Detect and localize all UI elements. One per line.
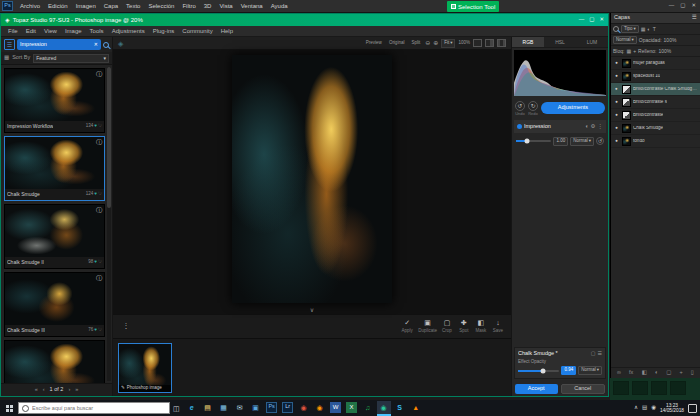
canvas-image[interactable] xyxy=(232,55,392,303)
filter-type-dropdown[interactable]: Tipo ▾ xyxy=(621,25,639,33)
preset-card-partial[interactable] xyxy=(4,340,105,383)
effect-blend-dropdown[interactable]: Normal ▾ xyxy=(578,366,602,375)
canvas-tool-button[interactable]: ↓ Save xyxy=(491,319,505,334)
menu-item[interactable]: Edición xyxy=(44,3,72,9)
tray-expand-icon[interactable]: ∧ xyxy=(634,405,638,411)
task-view-icon[interactable]: ◫ xyxy=(173,405,180,412)
histogram-tab[interactable]: RGB xyxy=(512,37,544,47)
info-icon[interactable]: ⓘ xyxy=(96,275,102,281)
split-button[interactable]: Split xyxy=(409,41,422,46)
preview-button[interactable]: Preview xyxy=(364,41,384,46)
layer-row[interactable]: ● fondo xyxy=(611,135,700,148)
menu-item[interactable]: Archivo xyxy=(16,3,44,9)
like-icon[interactable]: ♥ xyxy=(94,260,97,265)
effect-opacity-slider[interactable] xyxy=(518,370,559,372)
topaz-menu-item[interactable]: File xyxy=(4,28,22,34)
canvas-tool-button[interactable]: ✚ Spot xyxy=(457,319,471,334)
menu-item[interactable]: Ayuda xyxy=(267,3,292,9)
taskbar-app-icon[interactable]: e xyxy=(185,401,199,416)
opacity-slider[interactable] xyxy=(516,140,551,142)
info-icon[interactable]: ⓘ xyxy=(96,71,102,77)
zoom-in-icon[interactable]: ⊕ xyxy=(433,40,438,46)
taskbar-app-icon[interactable]: W xyxy=(329,401,343,416)
menu-item[interactable]: Capa xyxy=(100,3,122,9)
last-page-icon[interactable]: » xyxy=(75,387,78,393)
opacity-value[interactable]: 100% xyxy=(664,38,677,43)
next-page-icon[interactable]: › xyxy=(68,387,70,393)
fill-value[interactable]: 100% xyxy=(658,49,671,54)
maximize-button[interactable]: ▢ xyxy=(680,3,685,9)
prev-page-icon[interactable]: ‹ xyxy=(43,387,45,393)
like-icon[interactable]: ♥ xyxy=(94,124,97,129)
canvas-tool-button[interactable]: ▢ Crop xyxy=(440,319,454,334)
delete-layer-icon[interactable]: ▯ xyxy=(691,370,694,376)
duplicate-icon[interactable]: ▢ xyxy=(591,351,596,356)
canvas-tool-button[interactable]: ◧ Mask xyxy=(474,319,488,334)
panel-menu-icon[interactable]: ☰ xyxy=(692,15,697,21)
search-icon[interactable] xyxy=(103,42,109,48)
visibility-eye-icon[interactable]: ● xyxy=(613,139,620,144)
menu-item[interactable]: Ventana xyxy=(237,3,267,9)
menu-item[interactable]: Filtro xyxy=(178,3,199,9)
preset-card[interactable]: ⓘ Chalk Smudge III 76 ♥ ♡ xyxy=(4,272,105,337)
visibility-eye-icon[interactable]: ● xyxy=(613,113,620,118)
preset-scrollbar[interactable] xyxy=(107,67,111,381)
original-button[interactable]: Original xyxy=(387,41,407,46)
menu-icon[interactable]: ☰ xyxy=(598,351,602,356)
undo-button[interactable]: ↺ xyxy=(515,101,525,111)
new-layer-icon[interactable]: + xyxy=(680,370,683,376)
mask-icon[interactable]: ◐ xyxy=(585,124,588,130)
action-center-icon[interactable] xyxy=(688,404,697,413)
visibility-eye-icon[interactable]: ● xyxy=(613,61,620,66)
gear-icon[interactable]: ⚙ xyxy=(591,124,596,130)
effect-opacity-value[interactable]: 0.94 xyxy=(561,366,576,375)
filter-adjustment-icon[interactable]: ◐ xyxy=(648,27,651,32)
like-icon[interactable]: ♥ xyxy=(94,192,97,197)
taskbar-search[interactable] xyxy=(18,402,170,414)
side-by-side-view-icon[interactable] xyxy=(497,39,506,47)
taskbar-app-icon[interactable]: X xyxy=(345,401,359,416)
lock-position-icon[interactable]: + xyxy=(633,49,636,54)
network-icon[interactable]: ▤ xyxy=(642,405,647,411)
taskbar-app-icon[interactable]: ♫ xyxy=(361,401,375,416)
favorite-icon[interactable]: ♡ xyxy=(98,328,102,333)
close-button[interactable]: ✕ xyxy=(691,3,696,9)
histogram-tab[interactable]: HSL xyxy=(544,37,576,47)
taskbar-app-icon[interactable]: ▲ xyxy=(409,401,423,416)
topaz-menu-item[interactable]: Help xyxy=(217,28,237,34)
more-tools-button[interactable]: ⋮ xyxy=(119,322,133,331)
taskbar-app-icon[interactable]: S xyxy=(393,401,407,416)
grid-view-icon[interactable]: ▦ xyxy=(4,55,9,61)
taskbar-app-icon[interactable]: ✉ xyxy=(233,401,247,416)
layer-row[interactable]: ● Brillo/contraste s xyxy=(611,96,700,109)
topaz-menu-item[interactable]: Adjustments xyxy=(108,28,149,34)
taskbar-app-icon[interactable]: ▤ xyxy=(201,401,215,416)
minimize-button[interactable]: — xyxy=(669,3,675,9)
layer-row[interactable]: ● Brillo/contraste xyxy=(611,109,700,122)
preset-card[interactable]: ⓘ Chalk Smudge 124 ♥ ♡ xyxy=(4,136,105,201)
canvas-viewport[interactable]: ∨ xyxy=(113,50,511,314)
favorite-icon[interactable]: ♡ xyxy=(98,260,102,265)
layer-row[interactable]: ● Brillo/contraste Chalk Smudge II xyxy=(611,83,700,96)
start-button[interactable] xyxy=(0,400,18,416)
topaz-menu-item[interactable]: Image xyxy=(61,28,86,34)
layers-panel-tab[interactable]: Capas ☰ xyxy=(611,13,700,24)
filter-text-icon[interactable]: T xyxy=(653,27,656,32)
topaz-maximize-button[interactable]: ▢ xyxy=(589,17,594,23)
duplicate-button[interactable]: ▣ Duplicate xyxy=(418,319,437,334)
topaz-menu-item[interactable]: Tools xyxy=(86,28,108,34)
topaz-titlebar[interactable]: ◈ Topaz Studio 97-SU3 - Photoshop image … xyxy=(1,14,608,26)
layer-row[interactable]: ● mujer paraguas xyxy=(611,57,700,70)
info-icon[interactable]: ⓘ xyxy=(96,139,102,145)
filter-pixel-icon[interactable]: ▦ xyxy=(641,27,646,32)
taskbar-app-icon[interactable]: Lr xyxy=(281,401,295,416)
adjustment-layer-icon[interactable]: ◐ xyxy=(655,370,658,376)
clock[interactable]: 13:23 14/05/2018 xyxy=(660,403,684,414)
menu-item[interactable]: Imagen xyxy=(72,3,100,9)
first-page-icon[interactable]: « xyxy=(35,387,38,393)
topaz-menu-item[interactable]: View xyxy=(40,28,61,34)
collapse-panel-icon[interactable]: ∨ xyxy=(310,307,314,313)
add-mask-icon[interactable]: ◧ xyxy=(641,370,646,376)
filmstrip-thumbnail[interactable]: ✎ Photoshop image xyxy=(118,343,172,393)
topaz-minimize-button[interactable]: — xyxy=(579,17,585,23)
